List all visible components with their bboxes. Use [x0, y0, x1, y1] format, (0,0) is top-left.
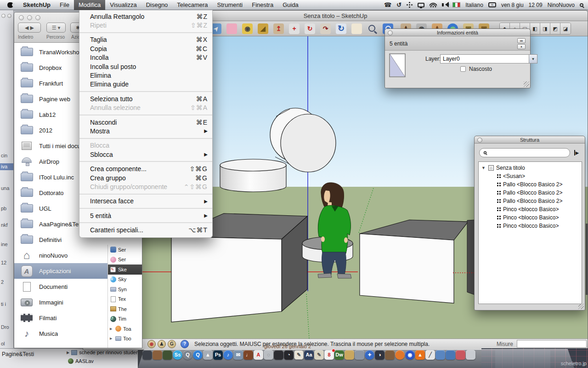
dictionary-icon[interactable]: Aa [304, 350, 314, 360]
rocket-icon[interactable]: ▲ [203, 350, 213, 360]
menu-item[interactable]: Annulla Rettangolo ⌘Z ▶ [79, 12, 212, 21]
minimize-button-icon[interactable] [27, 15, 32, 20]
ical-icon[interactable]: 8 [324, 350, 334, 360]
hidden-checkbox[interactable] [460, 66, 466, 72]
folder-documents-icon[interactable] [435, 350, 445, 360]
italian-flag-icon[interactable] [452, 2, 460, 7]
clock-icon[interactable]: ◔ [284, 350, 294, 360]
disclosure-triangle-icon[interactable]: ▶ [110, 327, 113, 331]
help-icon-icon[interactable]: ? [181, 340, 189, 348]
outliner-row[interactable]: ▼ Pinco <blocco Basico> [479, 213, 582, 222]
game-center-icon[interactable] [163, 350, 172, 360]
pan-tool-icon[interactable] [351, 23, 362, 34]
menu-item[interactable]: Nascondi ⌘E ▶ [79, 118, 212, 126]
quicktime-icon[interactable]: Q [183, 350, 192, 360]
resize-grip[interactable] [578, 304, 584, 309]
menu-item[interactable]: Copia ⌘C ▶ [79, 44, 212, 53]
orbit-tool-icon[interactable]: ↻ [336, 23, 346, 34]
volume-icon[interactable] [442, 3, 444, 6]
phone-icon[interactable]: ☎ [384, 2, 391, 8]
menu-item[interactable]: Seleziona tutto ⌘A ▶ [79, 94, 212, 103]
notes-icon[interactable]: ✎ [314, 350, 324, 360]
menu-item[interactable]: 5 entità ▶ [79, 211, 212, 220]
menu-bar-item[interactable]: Disegno [141, 0, 173, 10]
skype-icon[interactable]: S [173, 350, 182, 360]
menu-item[interactable]: ▶ [79, 208, 212, 209]
folder-downloads-icon[interactable] [446, 350, 455, 360]
menu-bar-item[interactable]: Modifica [74, 0, 105, 10]
left-view-icon[interactable]: ◩ [550, 23, 560, 34]
paint-bucket-tool-icon[interactable]: ◢ [258, 23, 268, 34]
finder-sidebar-item[interactable]: Documenti [14, 279, 107, 294]
menu-bar-time[interactable]: 12 09 [529, 2, 543, 8]
close-button-icon[interactable] [388, 30, 393, 35]
menu-item[interactable]: Incolla sul posto ▶ [79, 62, 212, 71]
menu-item[interactable]: Taglia ⌘X ▶ [79, 35, 212, 44]
chevron-down-icon[interactable]: ▼ [529, 55, 537, 63]
firefox-icon[interactable] [395, 350, 405, 360]
layer-dropdown[interactable]: Layer0 ▼ [440, 54, 537, 63]
finder-sidebar-item[interactable]: Musica [14, 326, 107, 341]
clock-2-icon[interactable]: ◑ [375, 350, 384, 360]
mail-icon[interactable]: ✉ [233, 350, 243, 360]
finder-file-item[interactable]: ▶ Tex [108, 294, 142, 305]
outliner-row[interactable]: ▼ Pinco <blocco Basico> [479, 222, 582, 230]
finder-sidebar-item[interactable]: Filmati [14, 310, 107, 326]
finder-file-item[interactable]: ▶ Ske [108, 264, 142, 275]
folder-utilities-icon[interactable] [345, 350, 354, 360]
follow-me-tool-icon[interactable]: ↷ [320, 23, 331, 34]
outliner-row[interactable]: ▼ Pallo <Blocco Basico 2> [479, 197, 582, 205]
outliner-row[interactable]: ▼ Pinco <blocco Basico> [479, 205, 582, 213]
finder-file-item[interactable]: ▶ Syn [108, 284, 142, 294]
preview-icon[interactable] [355, 350, 364, 360]
apple-menu-icon[interactable] [7, 1, 14, 8]
finder-sidebar-item[interactable]: Applicazioni [14, 263, 107, 279]
disclosure-triangle-icon[interactable]: ▼ [481, 166, 486, 170]
safari-icon[interactable]: ✦ [365, 350, 374, 360]
eraser-tool-icon[interactable] [226, 23, 237, 34]
details-button[interactable]: ▸ [572, 148, 581, 157]
photoshop-icon[interactable]: Ps [213, 350, 223, 360]
pencil-app-icon[interactable]: ╱ [425, 350, 435, 360]
menu-item[interactable]: Crea componente... ⇧⌘G ▶ [79, 164, 212, 173]
keyboard-access-icon[interactable] [409, 4, 410, 6]
credits-icon-icon[interactable]: ♟ [158, 340, 166, 348]
finder-file-item[interactable]: ▶ Sky [108, 275, 142, 285]
menu-item[interactable]: Sblocca ▶ [79, 150, 212, 159]
language-label[interactable]: Italiano [465, 2, 483, 8]
wifi-icon[interactable] [430, 2, 437, 7]
geolocation-icon-icon[interactable]: ◉ [147, 340, 156, 348]
rotate-tool-icon[interactable]: ↻ [305, 23, 315, 34]
menu-item[interactable]: Crea gruppo ⌘G ▶ [79, 173, 212, 182]
stack-cards-icon[interactable] [456, 350, 465, 360]
finder-file-item[interactable]: ▶ Tim [108, 314, 142, 324]
finder-file-item[interactable]: ▶ The [108, 304, 142, 314]
finder-icon[interactable] [142, 350, 152, 360]
orb-icon[interactable]: ◉ [405, 350, 415, 360]
menu-bar-item[interactable]: Guida [278, 0, 303, 10]
menu-bar-date[interactable]: ven 8 giu [501, 2, 524, 8]
quicktime-x-icon[interactable]: Q [193, 350, 203, 360]
menu-bar-item[interactable]: Finestra [247, 0, 278, 10]
menu-item[interactable]: Elimina guide ▶ [79, 80, 212, 89]
outliner-row[interactable]: ▼ Pallo <Blocco Basico 2> [479, 180, 582, 189]
resize-grip[interactable] [524, 81, 529, 87]
finder-file-item[interactable]: ▶ Ser [108, 255, 142, 265]
menu-item[interactable]: ▶ [79, 222, 212, 223]
menu-bar-item[interactable]: File [55, 0, 74, 10]
menu-item[interactable]: Interseca facce ▶ [79, 197, 212, 206]
back-view-icon[interactable]: ◨ [540, 23, 550, 34]
menu-item[interactable]: Incolla ⌘V ▶ [79, 53, 212, 62]
pages-icon[interactable] [385, 350, 395, 360]
menu-item[interactable]: Elimina ▶ [79, 71, 212, 80]
push-pull-tool-icon[interactable]: ↥ [273, 23, 284, 34]
menu-item[interactable]: ▶ [79, 161, 212, 162]
finder-file-item[interactable]: ▶ Ser [108, 245, 142, 255]
menu-bar-item[interactable]: SketchUp [18, 0, 55, 10]
widget-icon[interactable]: ≈ [488, 2, 496, 7]
move-tool-icon[interactable]: + [289, 23, 300, 34]
menu-item[interactable]: Ripeti ⇧⌘Z ▶ [79, 21, 212, 29]
outliner-row[interactable]: ▼ <Susan> [479, 172, 582, 180]
menu-item[interactable]: ▶ [79, 32, 212, 33]
finder-file-item[interactable]: ▶ Too [108, 334, 142, 344]
